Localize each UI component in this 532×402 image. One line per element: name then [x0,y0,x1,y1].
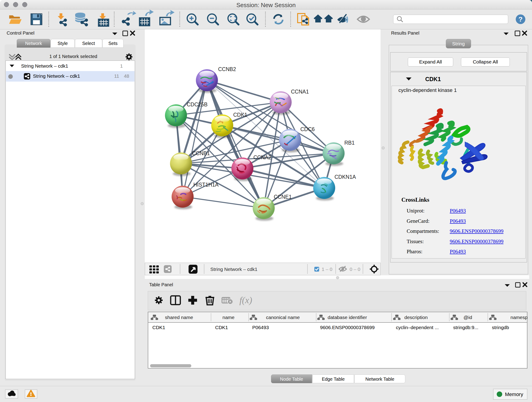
svg-text:1 – 0: 1 – 0 [322,267,332,272]
svg-text:P06493: P06493 [252,325,269,330]
svg-text:CDKN1A: CDKN1A [335,174,356,180]
svg-text:CCNE1: CCNE1 [274,194,292,200]
svg-text:namespace: namespace [510,315,527,320]
svg-text:cyclin–dependent ...: cyclin–dependent ... [396,325,439,330]
svg-text:CDC6: CDC6 [300,126,315,132]
svg-text:HIST1H1A: HIST1H1A [193,182,219,188]
svg-text:@id: @id [463,315,472,320]
svg-text:CCNB1: CCNB1 [192,150,210,156]
svg-text:database identifier: database identifier [328,315,367,320]
svg-text:CCNB2: CCNB2 [218,66,236,72]
svg-text:CDK1: CDK1 [233,112,247,118]
svg-text:0 – 0: 0 – 0 [350,267,360,272]
svg-text:9606.ENSP00000378699: 9606.ENSP00000378699 [320,325,375,330]
svg-text:CDK1: CDK1 [215,325,228,330]
svg-text:stringdb:9...: stringdb:9... [453,325,478,330]
svg-text:description: description [404,315,428,320]
svg-text:stringdb: stringdb [492,325,509,330]
svg-text:?: ? [519,15,523,23]
svg-text:CDK1: CDK1 [152,325,165,330]
svg-text:name: name [222,315,234,320]
svg-text:shared name: shared name [165,315,193,320]
svg-text:f(x): f(x) [239,295,252,305]
svg-text:CCNA1: CCNA1 [291,89,309,95]
svg-text:CCNA2: CCNA2 [253,154,271,160]
svg-text:String Network – cdk1: String Network – cdk1 [210,267,257,272]
svg-text:Memory: Memory [505,391,523,397]
svg-text:RB1: RB1 [344,140,355,146]
svg-text:CDC25B: CDC25B [187,102,208,108]
svg-text:canonical name: canonical name [266,315,300,320]
